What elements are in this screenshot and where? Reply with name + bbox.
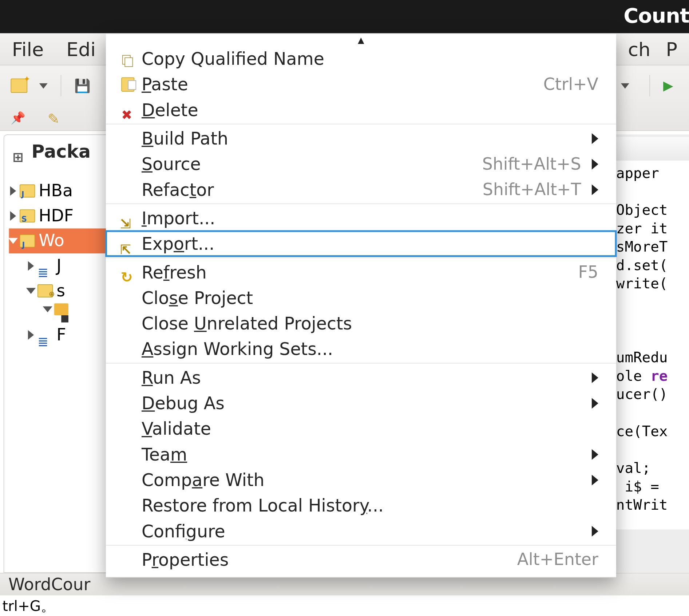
submenu-arrow-icon	[592, 526, 598, 536]
menu-p-suffix[interactable]: P	[666, 38, 678, 60]
source-folder-icon	[37, 284, 53, 297]
brush-icon[interactable]	[48, 111, 62, 125]
menu-label: Run As	[142, 367, 201, 388]
svg-rect-1	[125, 58, 132, 67]
menu-export[interactable]: Export...	[106, 231, 616, 256]
menu-label: Build Path	[142, 128, 228, 149]
save-icon[interactable]	[74, 79, 88, 93]
submenu-arrow-icon	[592, 398, 598, 408]
export-icon	[120, 238, 135, 250]
code-editor[interactable]: apper Object zer it sMoreT d.set( write(…	[612, 161, 689, 529]
menu-label: Configure	[142, 521, 225, 541]
menu-close-project[interactable]: Close Project	[106, 285, 616, 311]
tree-item-wordcount[interactable]: Wo	[9, 228, 110, 253]
tree-label: J	[56, 253, 62, 279]
dropdown-icon[interactable]	[621, 83, 629, 88]
footer-text: trl+G。	[0, 596, 689, 616]
menu-label: Team	[142, 444, 187, 465]
submenu-arrow-icon	[592, 184, 598, 195]
menu-separator	[106, 363, 616, 364]
separator	[61, 75, 62, 96]
tree-item-src[interactable]: s	[9, 279, 110, 304]
run-icon[interactable]	[663, 78, 678, 93]
shortcut: Alt+Enter	[517, 550, 598, 569]
expand-icon[interactable]	[28, 261, 34, 271]
window-titlebar: Count	[0, 0, 689, 33]
menu-separator	[106, 204, 616, 204]
new-button-icon[interactable]	[11, 79, 27, 93]
editor-tab-bg	[612, 137, 689, 161]
menu-paste[interactable]: Paste Ctrl+V	[106, 71, 616, 97]
package-explorer-icon	[12, 145, 25, 158]
menu-copy-qualified-name[interactable]: Copy Qualified Name	[106, 46, 616, 71]
tree-item-class[interactable]	[9, 315, 110, 323]
menu-run-as[interactable]: Run As	[106, 365, 616, 390]
menu-refactor[interactable]: Refactor Shift+Alt+T	[106, 177, 616, 202]
shortcut: Shift+Alt+T	[483, 179, 581, 199]
import-icon	[120, 212, 135, 224]
expand-icon[interactable]	[10, 211, 16, 221]
dropdown-icon[interactable]	[39, 83, 48, 88]
menu-restore-history[interactable]: Restore from Local History...	[106, 493, 616, 518]
expand-icon[interactable]	[43, 307, 52, 312]
expand-icon[interactable]	[8, 238, 18, 244]
menu-validate[interactable]: Validate	[106, 416, 616, 441]
expand-icon[interactable]	[26, 288, 36, 294]
menu-label: Debug As	[142, 393, 225, 413]
menu-source[interactable]: Source Shift+Alt+S	[106, 151, 616, 177]
tree-item-referenced[interactable]: F	[9, 323, 110, 348]
separator	[649, 75, 650, 96]
expand-icon[interactable]	[28, 330, 34, 340]
menu-team[interactable]: Team	[106, 441, 616, 467]
tree-item-hbase[interactable]: HBa	[9, 178, 110, 204]
package-explorer-panel: Packa HBa HDF Wo	[4, 134, 111, 573]
tree-item-package[interactable]	[9, 303, 110, 315]
menu-label: Refactor	[142, 179, 214, 200]
menu-label: Compare With	[142, 470, 265, 490]
shortcut: F5	[578, 262, 598, 282]
java-project-icon	[20, 234, 35, 248]
tree-label: F	[56, 323, 66, 348]
expand-icon[interactable]	[10, 186, 16, 196]
paste-icon	[121, 77, 134, 91]
menu-label: Restore from Local History...	[142, 495, 384, 516]
menu-debug-as[interactable]: Debug As	[106, 390, 616, 416]
window-title: Count	[623, 4, 689, 27]
submenu-arrow-icon	[592, 474, 598, 485]
submenu-arrow-icon	[592, 158, 598, 169]
tree-label: Wo	[39, 228, 64, 253]
menu-file[interactable]: File	[12, 38, 44, 60]
menu-close-unrelated[interactable]: Close Unrelated Projects	[106, 311, 616, 336]
menu-delete[interactable]: Delete	[106, 97, 616, 122]
shortcut: Shift+Alt+S	[482, 154, 581, 174]
refresh-icon	[121, 266, 135, 279]
class-file-icon	[61, 315, 68, 323]
menu-label: Paste	[142, 74, 188, 94]
menu-label: Refresh	[142, 262, 207, 283]
menu-properties[interactable]: Properties Alt+Enter	[106, 547, 616, 572]
status-text: WordCour	[8, 574, 90, 594]
copy-icon	[121, 51, 135, 66]
menu-build-path[interactable]: Build Path	[106, 126, 616, 151]
menu-configure[interactable]: Configure	[106, 518, 616, 544]
menu-assign-working-sets[interactable]: Assign Working Sets...	[106, 336, 616, 362]
menu-compare-with[interactable]: Compare With	[106, 467, 616, 493]
menu-search-suffix[interactable]: ch	[628, 38, 650, 60]
menu-separator	[106, 258, 616, 258]
submenu-arrow-icon	[592, 449, 598, 459]
submenu-arrow-icon	[592, 372, 598, 383]
menu-label: Validate	[142, 419, 211, 439]
pin-icon[interactable]	[11, 111, 25, 125]
menu-label: Close Unrelated Projects	[142, 313, 352, 333]
menu-scroll-up-icon[interactable]	[106, 34, 616, 46]
panel-title: Packa	[32, 141, 91, 162]
package-icon	[54, 303, 68, 315]
tree-label: HBa	[39, 178, 73, 204]
menu-separator	[106, 124, 616, 125]
tree-item-hdfs[interactable]: HDF	[9, 204, 110, 229]
package-explorer-tab[interactable]: Packa	[4, 135, 110, 170]
shortcut: Ctrl+V	[543, 74, 598, 94]
menu-edit[interactable]: Edi	[66, 38, 96, 60]
menu-import[interactable]: Import...	[106, 205, 616, 231]
menu-refresh[interactable]: Refresh F5	[106, 259, 616, 285]
